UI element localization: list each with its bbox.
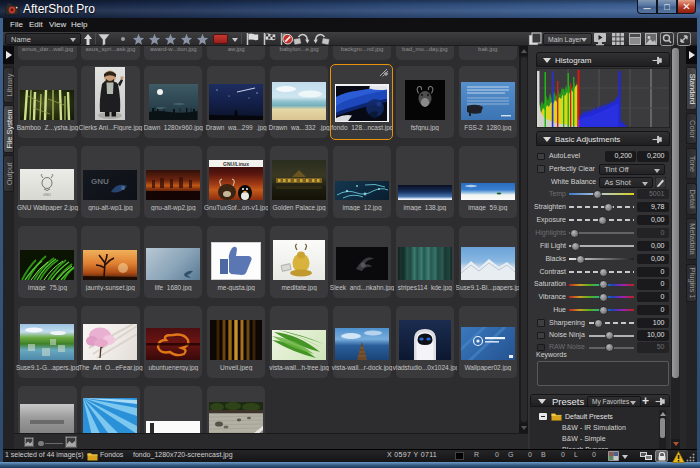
svg-text:GNU: GNU <box>44 193 52 197</box>
svg-text:GNU: GNU <box>91 177 109 186</box>
svg-text:GNU/Linux: GNU/Linux <box>223 161 249 167</box>
